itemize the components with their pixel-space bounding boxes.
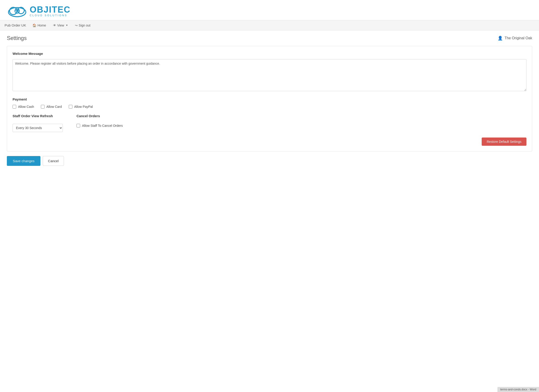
home-icon: 🏠 bbox=[32, 24, 36, 27]
allow-card-input[interactable] bbox=[41, 105, 44, 108]
view-icon: 👁 bbox=[53, 24, 56, 27]
navbar: Pub Order UK 🏠 Home 👁 View ▼ ↪ Sign out bbox=[0, 20, 539, 30]
page-title: Settings bbox=[7, 35, 27, 41]
nav-signout-label: Sign out bbox=[79, 24, 91, 27]
cancel-orders-label: Cancel Orders bbox=[77, 114, 123, 118]
settings-card: Welcome Message Welcome. Please register… bbox=[7, 46, 532, 151]
save-changes-button[interactable]: Save changes bbox=[7, 156, 40, 166]
venue-name: The Original Oak bbox=[505, 36, 532, 40]
bottom-sections: Staff Order View Refresh Every 10 Second… bbox=[13, 114, 526, 132]
logo-area: OBJITEC CLOUD SOLUTIONS bbox=[0, 0, 539, 20]
venue-info: 👤 The Original Oak bbox=[498, 36, 532, 41]
allow-paypal-checkbox[interactable]: Allow PayPal bbox=[69, 105, 93, 108]
page-container: Settings 👤 The Original Oak Welcome Mess… bbox=[0, 30, 539, 170]
staff-refresh-section: Staff Order View Refresh Every 10 Second… bbox=[13, 114, 63, 132]
nav-home-label: Home bbox=[38, 24, 46, 27]
cancel-button[interactable]: Cancel bbox=[43, 156, 64, 166]
nav-signout[interactable]: ↪ Sign out bbox=[72, 22, 93, 29]
welcome-section: Welcome Message Welcome. Please register… bbox=[13, 52, 526, 92]
allow-cash-checkbox[interactable]: Allow Cash bbox=[13, 105, 34, 108]
cancel-orders-section: Cancel Orders Allow Staff To Cancel Orde… bbox=[77, 114, 123, 127]
payment-checkbox-row: Allow Cash Allow Card Allow PayPal bbox=[13, 105, 526, 108]
allow-paypal-input[interactable] bbox=[69, 105, 72, 108]
allow-paypal-label: Allow PayPal bbox=[74, 105, 93, 108]
nav-view[interactable]: 👁 View ▼ bbox=[50, 22, 71, 29]
allow-cancel-input[interactable] bbox=[77, 124, 80, 127]
allow-card-checkbox[interactable]: Allow Card bbox=[41, 105, 62, 108]
svg-point-6 bbox=[15, 10, 16, 10]
payment-section: Payment Allow Cash Allow Card Allow PayP… bbox=[13, 97, 526, 108]
svg-point-7 bbox=[18, 10, 19, 10]
nav-home[interactable]: 🏠 Home bbox=[30, 22, 49, 29]
user-icon: 👤 bbox=[498, 36, 503, 41]
restore-row: Restore Default Settings bbox=[13, 137, 526, 146]
refresh-dropdown[interactable]: Every 10 Seconds Every 30 Seconds Every … bbox=[13, 124, 63, 132]
navbar-brand: Pub Order UK bbox=[5, 23, 26, 27]
allow-cash-label: Allow Cash bbox=[18, 105, 34, 108]
welcome-message-input[interactable]: Welcome. Please register all visitors be… bbox=[13, 59, 526, 91]
restore-default-button[interactable]: Restore Default Settings bbox=[482, 137, 526, 146]
logo-name: OBJITEC CLOUD SOLUTIONS bbox=[30, 5, 71, 17]
logo-cloud-icon bbox=[7, 4, 27, 18]
signout-icon: ↪ bbox=[75, 24, 78, 27]
allow-cash-input[interactable] bbox=[13, 105, 16, 108]
chevron-down-icon: ▼ bbox=[66, 24, 68, 26]
allow-cancel-label: Allow Staff To Cancel Orders bbox=[82, 124, 123, 127]
allow-cancel-checkbox[interactable]: Allow Staff To Cancel Orders bbox=[77, 124, 123, 127]
nav-view-label: View bbox=[57, 24, 64, 27]
welcome-section-label: Welcome Message bbox=[13, 52, 526, 56]
staff-refresh-label: Staff Order View Refresh bbox=[13, 114, 63, 118]
page-header: Settings 👤 The Original Oak bbox=[7, 35, 532, 41]
bottom-actions: Save changes Cancel bbox=[7, 156, 532, 166]
logo-objitec-text: OBJITEC bbox=[30, 5, 71, 14]
logo-sub-text: CLOUD SOLUTIONS bbox=[30, 14, 71, 17]
allow-card-label: Allow Card bbox=[46, 105, 62, 108]
payment-section-label: Payment bbox=[13, 97, 526, 101]
